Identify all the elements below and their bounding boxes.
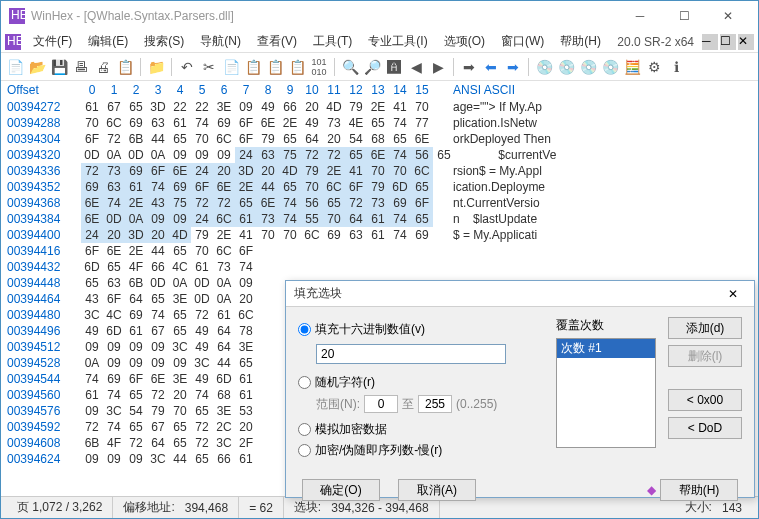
hex-row[interactable]: 0039435269636174696F6E2E4465706C6F796D65…: [1, 179, 758, 195]
titlebar: HEX WinHex - [QWhale.Syntax.Parsers.dll]…: [1, 1, 758, 31]
findtext-icon[interactable]: 🅰: [384, 57, 404, 77]
fwd-icon[interactable]: ➡: [503, 57, 523, 77]
radio-encrypt-slow[interactable]: 加密/伪随即序列数-慢(r): [298, 442, 544, 459]
undo-icon[interactable]: ↶: [177, 57, 197, 77]
dialog-titlebar: 填充选块 ✕: [286, 281, 754, 307]
menu-item[interactable]: 帮助(H): [552, 32, 609, 50]
svg-text:HEX: HEX: [7, 34, 21, 48]
menu-item[interactable]: 工具(T): [305, 32, 360, 50]
add-button[interactable]: 添加(d): [668, 317, 742, 339]
dialog-title: 填充选块: [294, 285, 720, 302]
hex-header: Offset 0123456789101112131415 ANSI ASCII: [1, 81, 758, 99]
print-icon[interactable]: 🖨: [93, 57, 113, 77]
hex-row[interactable]: 003943367273696F6E24203D204D792E4170706C…: [1, 163, 758, 179]
saveas-icon[interactable]: 🖶: [71, 57, 91, 77]
hex-row[interactable]: 003943046F726B4465706C6F796564205468656E…: [1, 131, 758, 147]
range-from-input[interactable]: [364, 395, 398, 413]
menu-item[interactable]: 窗口(W): [493, 32, 552, 50]
radio-random[interactable]: 随机字符(r): [298, 374, 544, 391]
dod-button[interactable]: < DoD: [668, 417, 742, 439]
offset-eq: = 62: [239, 497, 284, 518]
new-icon[interactable]: 📄: [5, 57, 25, 77]
back-icon[interactable]: ⬅: [481, 57, 501, 77]
ascii-header: ANSI ASCII: [453, 83, 752, 97]
calc-icon[interactable]: 🧮: [622, 57, 642, 77]
radio-simulate-encrypt[interactable]: 模拟加密数据: [298, 421, 544, 438]
paste2-icon[interactable]: 📋: [287, 57, 307, 77]
paste-icon[interactable]: 📋: [265, 57, 285, 77]
gear-icon[interactable]: ⚙: [644, 57, 664, 77]
clip-icon[interactable]: 📋: [243, 57, 263, 77]
menu-item[interactable]: 专业工具(I): [360, 32, 435, 50]
help-button[interactable]: 帮助(H): [660, 479, 738, 501]
dialog-close-button[interactable]: ✕: [720, 282, 746, 306]
hex-row[interactable]: 003944166F6E2E4465706C6F: [1, 243, 758, 259]
overwrite-count-label: 覆盖次数: [556, 317, 656, 334]
save-icon[interactable]: 💾: [49, 57, 69, 77]
info-icon[interactable]: ℹ: [666, 57, 686, 77]
folder-icon[interactable]: 📁: [146, 57, 166, 77]
props-icon[interactable]: 📋: [115, 57, 135, 77]
passes-listbox[interactable]: 次数 #1: [556, 338, 656, 448]
zero-button[interactable]: < 0x00: [668, 389, 742, 411]
disk1-icon[interactable]: 💿: [534, 57, 554, 77]
page-indicator: 页 1,072 / 3,262: [7, 497, 113, 518]
menu-item[interactable]: 导航(N): [192, 32, 249, 50]
hex-row[interactable]: 0039440024203D204D792E4170706C6963617469…: [1, 227, 758, 243]
mdi-close-button[interactable]: ✕: [738, 34, 754, 50]
toolbar: 📄 📂 💾 🖶 🖨 📋 📁 ↶ ✂ 📄 📋 📋 📋 101010 🔍 🔎 🅰 ◀…: [1, 53, 758, 81]
findnext-icon[interactable]: ▶: [428, 57, 448, 77]
copy-icon[interactable]: 📄: [221, 57, 241, 77]
offset-cell: 偏移地址: 394,468: [113, 497, 239, 518]
fill-block-dialog: 填充选块 ✕ 填充十六进制数值(v) 随机字符(r) 范围(N): 至 (0..…: [285, 280, 755, 498]
menubar: HEX 文件(F)编辑(E)搜索(S)导航(N)查看(V)工具(T)专业工具(I…: [1, 31, 758, 53]
range-to-input[interactable]: [418, 395, 452, 413]
range-row: 范围(N): 至 (0..255): [316, 395, 544, 413]
hex-row[interactable]: 003943200D0A0D0A0909092463757272656E7456…: [1, 147, 758, 163]
open-icon[interactable]: 📂: [27, 57, 47, 77]
ok-button[interactable]: 确定(O): [302, 479, 380, 501]
disk4-icon[interactable]: 💿: [600, 57, 620, 77]
binary-icon[interactable]: 101010: [309, 57, 329, 77]
disk2-icon[interactable]: 💿: [556, 57, 576, 77]
minimize-button[interactable]: ─: [618, 2, 662, 30]
version-label: 20.0 SR-2 x64: [611, 35, 700, 49]
hex-row[interactable]: 003943846E0D0A0909246C617374557064617465…: [1, 211, 758, 227]
delete-button[interactable]: 删除(l): [668, 345, 742, 367]
findhex-icon[interactable]: 🔎: [362, 57, 382, 77]
help-icon: ◆: [647, 483, 656, 497]
hex-row[interactable]: 003944326D654F664C617374: [1, 259, 758, 275]
close-button[interactable]: ✕: [706, 2, 750, 30]
maximize-button[interactable]: ☐: [662, 2, 706, 30]
mdi-min-button[interactable]: ─: [702, 34, 718, 50]
menu-item[interactable]: 查看(V): [249, 32, 305, 50]
findprev-icon[interactable]: ◀: [406, 57, 426, 77]
hex-value-input[interactable]: [316, 344, 506, 364]
disk3-icon[interactable]: 💿: [578, 57, 598, 77]
menu-item[interactable]: 搜索(S): [136, 32, 192, 50]
radio-fill-hex[interactable]: 填充十六进制数值(v): [298, 321, 544, 338]
list-item[interactable]: 次数 #1: [557, 339, 655, 358]
cut-icon[interactable]: ✂: [199, 57, 219, 77]
cancel-button[interactable]: 取消(A): [398, 479, 476, 501]
menu-item[interactable]: 编辑(E): [80, 32, 136, 50]
goto-icon[interactable]: ➡: [459, 57, 479, 77]
menu-item[interactable]: 文件(F): [25, 32, 80, 50]
window-title: WinHex - [QWhale.Syntax.Parsers.dll]: [31, 9, 618, 23]
find-icon[interactable]: 🔍: [340, 57, 360, 77]
hex-row[interactable]: 003942726167653D22223E094966204D792E4170…: [1, 99, 758, 115]
menu-item[interactable]: 选项(O): [436, 32, 493, 50]
app-icon: HEX: [9, 8, 25, 24]
doc-icon: HEX: [5, 34, 21, 50]
svg-text:HEX: HEX: [11, 8, 25, 22]
mdi-max-button[interactable]: ☐: [720, 34, 736, 50]
hex-row[interactable]: 00394288706C69636174696F6E2E49734E657477…: [1, 115, 758, 131]
offset-header: Offset: [7, 83, 81, 97]
hex-row[interactable]: 003943686E742E43757272656E7456657273696F…: [1, 195, 758, 211]
